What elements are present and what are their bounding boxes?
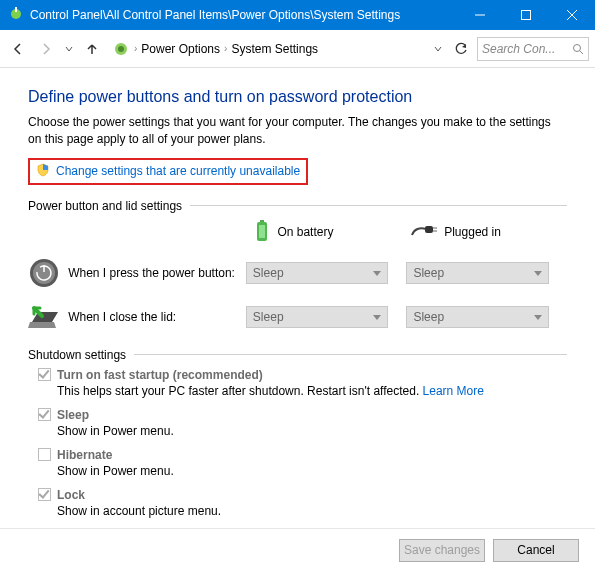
shield-icon [36,163,50,180]
search-placeholder: Search Con... [482,42,572,56]
power-button-plugged-select[interactable]: Sleep [406,262,549,284]
hibernate-desc: Show in Power menu. [57,464,567,478]
battery-icon [253,219,271,246]
lock-option: Lock Show in account picture menu. [38,488,567,518]
close-lid-plugged-select[interactable]: Sleep [406,306,549,328]
address-dropdown[interactable] [431,37,445,61]
svg-rect-12 [259,225,265,238]
refresh-button[interactable] [449,37,473,61]
learn-more-link[interactable]: Learn More [423,384,484,398]
breadcrumb[interactable]: › Power Options › System Settings [108,40,427,58]
power-button-battery-select[interactable]: Sleep [246,262,389,284]
window-titlebar: Control Panel\All Control Panel Items\Po… [0,0,595,30]
fast-startup-option: Turn on fast startup (recommended) This … [38,368,567,398]
footer-buttons: Save changes Cancel [0,528,595,564]
history-dropdown[interactable] [62,37,76,61]
lock-label: Lock [57,488,85,502]
minimize-button[interactable] [457,0,503,30]
shutdown-section-header: Shutdown settings [28,348,567,362]
close-lid-battery-select[interactable]: Sleep [246,306,389,328]
power-button-section-header: Power button and lid settings [28,199,567,213]
lid-icon [28,300,60,334]
breadcrumb-item[interactable]: System Settings [231,42,318,56]
sleep-checkbox[interactable] [38,408,51,421]
search-input[interactable]: Search Con... [477,37,589,61]
hibernate-option: Hibernate Show in Power menu. [38,448,567,478]
location-icon [112,40,130,58]
close-lid-label: When I close the lid: [68,310,246,324]
save-changes-button[interactable]: Save changes [399,539,485,562]
change-settings-highlight: Change settings that are currently unava… [28,158,308,185]
close-button[interactable] [549,0,595,30]
cancel-button[interactable]: Cancel [493,539,579,562]
up-button[interactable] [80,37,104,61]
lock-desc: Show in account picture menu. [57,504,567,518]
chevron-right-icon: › [134,43,137,54]
change-unavailable-link[interactable]: Change settings that are currently unava… [56,164,300,178]
power-button-icon [28,256,60,290]
svg-rect-10 [260,220,264,222]
fast-startup-label: Turn on fast startup (recommended) [57,368,263,382]
hibernate-label: Hibernate [57,448,112,462]
back-button[interactable] [6,37,30,61]
sleep-desc: Show in Power menu. [57,424,567,438]
search-icon [572,43,584,55]
svg-point-8 [574,44,581,51]
fast-startup-checkbox[interactable] [38,368,51,381]
divider [190,205,567,206]
window-title: Control Panel\All Control Panel Items\Po… [30,8,457,22]
fast-startup-desc: This helps start your PC faster after sh… [57,384,567,398]
breadcrumb-item[interactable]: Power Options [141,42,220,56]
hibernate-checkbox[interactable] [38,448,51,461]
lock-checkbox[interactable] [38,488,51,501]
column-headers: On battery Plugged in [28,219,567,246]
svg-line-9 [580,51,583,54]
sleep-label: Sleep [57,408,89,422]
forward-button[interactable] [34,37,58,61]
divider [134,354,567,355]
page-description: Choose the power settings that you want … [28,114,567,148]
svg-rect-13 [425,226,433,233]
page-heading: Define power buttons and turn on passwor… [28,88,567,106]
maximize-button[interactable] [503,0,549,30]
svg-rect-1 [15,7,17,12]
svg-rect-3 [522,11,531,20]
chevron-right-icon: › [224,43,227,54]
power-button-row: When I press the power button: Sleep Sle… [28,256,567,290]
plugged-in-label: Plugged in [444,225,501,239]
sleep-option: Sleep Show in Power menu. [38,408,567,438]
power-button-label: When I press the power button: [68,266,246,280]
address-bar: › Power Options › System Settings Search… [0,30,595,68]
close-lid-row: When I close the lid: Sleep Sleep [28,300,567,334]
svg-point-7 [118,46,124,52]
app-icon [8,6,24,25]
plug-icon [410,223,438,242]
on-battery-label: On battery [277,225,333,239]
